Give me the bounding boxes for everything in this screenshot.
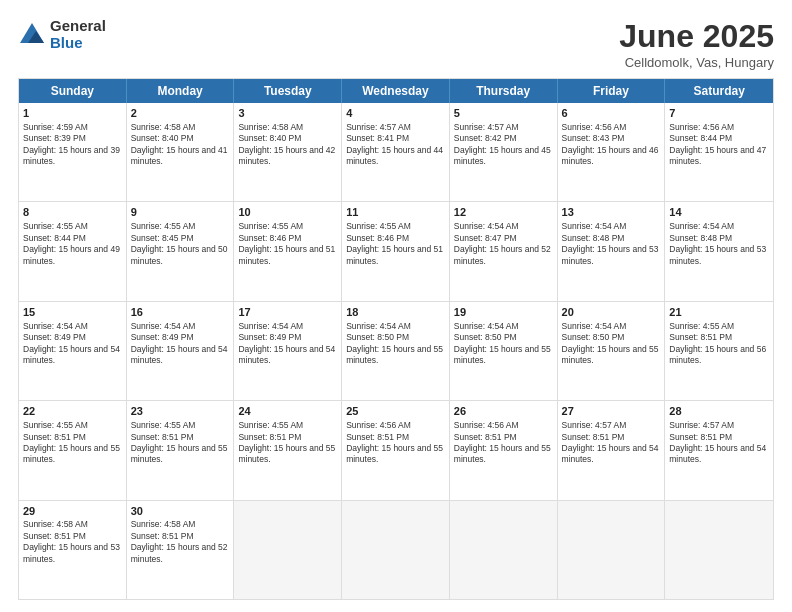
day-info: Sunset: 8:51 PM [562,432,661,443]
day-info: Daylight: 15 hours and 41 minutes. [131,145,230,168]
day-cell-18: 18Sunrise: 4:54 AMSunset: 8:50 PMDayligh… [342,302,450,400]
day-info: Daylight: 15 hours and 55 minutes. [562,344,661,367]
calendar-row-1: 1Sunrise: 4:59 AMSunset: 8:39 PMDaylight… [19,103,773,202]
day-info: Sunrise: 4:57 AM [454,122,553,133]
day-info: Sunset: 8:46 PM [238,233,337,244]
day-info: Sunset: 8:49 PM [131,332,230,343]
day-header-wednesday: Wednesday [342,79,450,103]
day-cell-23: 23Sunrise: 4:55 AMSunset: 8:51 PMDayligh… [127,401,235,499]
day-cell-14: 14Sunrise: 4:54 AMSunset: 8:48 PMDayligh… [665,202,773,300]
day-info: Sunrise: 4:57 AM [346,122,445,133]
day-info: Sunset: 8:48 PM [669,233,769,244]
day-info: Sunset: 8:51 PM [669,432,769,443]
day-info: Sunset: 8:51 PM [23,531,122,542]
day-number: 30 [131,504,230,519]
day-number: 4 [346,106,445,121]
day-cell-8: 8Sunrise: 4:55 AMSunset: 8:44 PMDaylight… [19,202,127,300]
day-number: 20 [562,305,661,320]
day-header-tuesday: Tuesday [234,79,342,103]
day-cell-5: 5Sunrise: 4:57 AMSunset: 8:42 PMDaylight… [450,103,558,201]
title-area: June 2025 Celldomolk, Vas, Hungary [619,18,774,70]
day-info: Sunrise: 4:55 AM [669,321,769,332]
empty-cell [234,501,342,599]
day-number: 2 [131,106,230,121]
day-number: 21 [669,305,769,320]
day-info: Sunset: 8:51 PM [454,432,553,443]
day-number: 27 [562,404,661,419]
day-info: Sunset: 8:50 PM [562,332,661,343]
day-cell-6: 6Sunrise: 4:56 AMSunset: 8:43 PMDaylight… [558,103,666,201]
day-header-thursday: Thursday [450,79,558,103]
day-number: 24 [238,404,337,419]
day-info: Sunrise: 4:58 AM [23,519,122,530]
location-subtitle: Celldomolk, Vas, Hungary [619,55,774,70]
day-info: Daylight: 15 hours and 55 minutes. [454,344,553,367]
day-number: 12 [454,205,553,220]
day-info: Sunset: 8:51 PM [131,432,230,443]
day-info: Sunrise: 4:58 AM [238,122,337,133]
day-cell-9: 9Sunrise: 4:55 AMSunset: 8:45 PMDaylight… [127,202,235,300]
day-info: Sunrise: 4:54 AM [454,221,553,232]
header: General Blue June 2025 Celldomolk, Vas, … [18,18,774,70]
day-info: Sunrise: 4:59 AM [23,122,122,133]
empty-cell [450,501,558,599]
calendar-row-3: 15Sunrise: 4:54 AMSunset: 8:49 PMDayligh… [19,302,773,401]
day-info: Daylight: 15 hours and 52 minutes. [131,542,230,565]
day-number: 6 [562,106,661,121]
logo-text: General Blue [50,18,106,51]
day-info: Sunrise: 4:54 AM [562,321,661,332]
calendar-row-4: 22Sunrise: 4:55 AMSunset: 8:51 PMDayligh… [19,401,773,500]
day-info: Daylight: 15 hours and 39 minutes. [23,145,122,168]
day-info: Sunset: 8:42 PM [454,133,553,144]
day-number: 14 [669,205,769,220]
day-header-sunday: Sunday [19,79,127,103]
day-info: Sunset: 8:41 PM [346,133,445,144]
day-info: Sunrise: 4:55 AM [131,221,230,232]
day-info: Daylight: 15 hours and 52 minutes. [454,244,553,267]
logo-blue: Blue [50,35,106,52]
day-info: Sunrise: 4:56 AM [454,420,553,431]
day-info: Sunset: 8:47 PM [454,233,553,244]
day-cell-15: 15Sunrise: 4:54 AMSunset: 8:49 PMDayligh… [19,302,127,400]
calendar-row-5: 29Sunrise: 4:58 AMSunset: 8:51 PMDayligh… [19,501,773,599]
day-info: Sunrise: 4:54 AM [238,321,337,332]
day-cell-30: 30Sunrise: 4:58 AMSunset: 8:51 PMDayligh… [127,501,235,599]
day-info: Daylight: 15 hours and 49 minutes. [23,244,122,267]
day-cell-22: 22Sunrise: 4:55 AMSunset: 8:51 PMDayligh… [19,401,127,499]
empty-cell [665,501,773,599]
day-info: Sunset: 8:44 PM [23,233,122,244]
day-cell-11: 11Sunrise: 4:55 AMSunset: 8:46 PMDayligh… [342,202,450,300]
day-cell-19: 19Sunrise: 4:54 AMSunset: 8:50 PMDayligh… [450,302,558,400]
calendar: SundayMondayTuesdayWednesdayThursdayFrid… [18,78,774,600]
day-info: Daylight: 15 hours and 50 minutes. [131,244,230,267]
day-info: Sunrise: 4:55 AM [131,420,230,431]
day-info: Sunset: 8:40 PM [238,133,337,144]
day-header-saturday: Saturday [665,79,773,103]
empty-cell [558,501,666,599]
day-info: Daylight: 15 hours and 55 minutes. [23,443,122,466]
day-number: 5 [454,106,553,121]
day-info: Daylight: 15 hours and 54 minutes. [562,443,661,466]
day-cell-12: 12Sunrise: 4:54 AMSunset: 8:47 PMDayligh… [450,202,558,300]
day-number: 26 [454,404,553,419]
day-info: Daylight: 15 hours and 56 minutes. [669,344,769,367]
day-cell-26: 26Sunrise: 4:56 AMSunset: 8:51 PMDayligh… [450,401,558,499]
page: General Blue June 2025 Celldomolk, Vas, … [0,0,792,612]
day-info: Sunrise: 4:54 AM [131,321,230,332]
day-number: 11 [346,205,445,220]
day-cell-20: 20Sunrise: 4:54 AMSunset: 8:50 PMDayligh… [558,302,666,400]
day-info: Sunrise: 4:54 AM [346,321,445,332]
day-cell-4: 4Sunrise: 4:57 AMSunset: 8:41 PMDaylight… [342,103,450,201]
day-info: Daylight: 15 hours and 55 minutes. [454,443,553,466]
day-info: Sunrise: 4:55 AM [23,221,122,232]
day-info: Sunset: 8:49 PM [238,332,337,343]
day-cell-25: 25Sunrise: 4:56 AMSunset: 8:51 PMDayligh… [342,401,450,499]
day-info: Sunset: 8:50 PM [346,332,445,343]
day-info: Sunrise: 4:58 AM [131,122,230,133]
day-cell-17: 17Sunrise: 4:54 AMSunset: 8:49 PMDayligh… [234,302,342,400]
day-info: Daylight: 15 hours and 51 minutes. [238,244,337,267]
day-number: 15 [23,305,122,320]
day-info: Sunrise: 4:56 AM [562,122,661,133]
day-cell-3: 3Sunrise: 4:58 AMSunset: 8:40 PMDaylight… [234,103,342,201]
day-info: Sunset: 8:39 PM [23,133,122,144]
